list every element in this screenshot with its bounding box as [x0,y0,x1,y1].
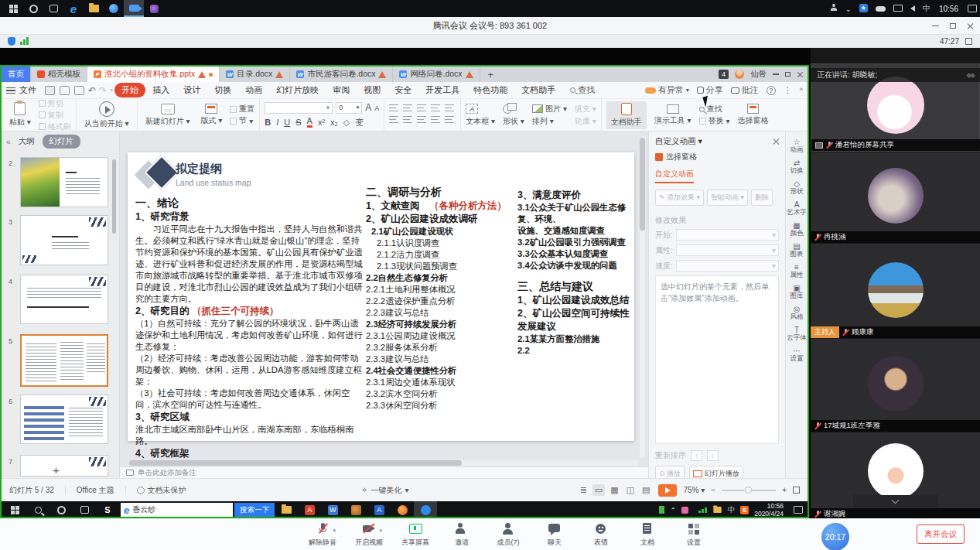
format-mark-button[interactable]: I [276,118,278,127]
menu-tab[interactable]: 视图 [357,83,388,97]
task-view-icon[interactable] [43,0,63,17]
font-size-select[interactable]: 0▾ [336,102,362,114]
file-explorer-icon[interactable] [275,501,298,518]
beautify-button[interactable]: ✧ 一键美化 ▾ [361,485,408,496]
numbered-list-icon[interactable] [403,104,412,111]
search-icon[interactable] [26,501,50,518]
taskbar-search-text[interactable]: 香云纱 [132,504,233,515]
windows-start-icon[interactable] [3,0,23,17]
meeting-control-button[interactable]: 文档 [630,522,664,548]
right-strip-item[interactable]: A 艺术字 [786,199,808,217]
indent-increase-icon[interactable] [431,104,440,111]
right-strip-item[interactable]: ▣ 图库 [786,282,808,301]
format-mark-button[interactable]: B [265,118,271,127]
selection-pane-button[interactable]: 选择窗格 [735,104,772,126]
print-icon[interactable] [60,86,70,95]
meeting-app-icon[interactable] [124,0,144,17]
leave-meeting-button[interactable]: 离开会议 [917,524,965,544]
selection-pane-link[interactable]: 选择窗格 [655,152,779,162]
view-mode-icon[interactable]: ▭ [592,484,605,496]
align-right-icon[interactable] [417,116,426,123]
tray-chevron-icon[interactable]: ⌃ [670,506,676,514]
slide-thumbnail-3[interactable] [20,215,108,265]
right-strip-item[interactable]: ◎ 风格 [786,303,808,322]
action-center-icon[interactable] [794,506,803,514]
indent-decrease-icon[interactable] [417,104,426,111]
meeting-control-button[interactable]: 聊天 [538,522,572,548]
format-mark-button[interactable]: ◇ [343,118,350,128]
zoom-in-button[interactable]: + [782,486,787,494]
add-effect-button[interactable]: ✎ 添加效果 ▾ [655,190,704,206]
speed-select[interactable]: ▾ [676,260,779,272]
view-mode-icon[interactable]: ◫ [624,484,637,496]
format-mark-button[interactable]: U [284,118,290,127]
slide-thumbnail-5-selected[interactable] [20,334,108,387]
copy-button[interactable]: 复制 [39,110,71,121]
participant-tile[interactable]: 17城规1班左季雅 [811,339,980,432]
add-slide-button[interactable]: + [53,463,60,477]
user-avatar[interactable] [735,70,744,79]
menu-tab[interactable]: 开始 [114,83,145,97]
edge-icon[interactable]: e [63,0,84,17]
slideshow-button[interactable] [658,484,677,497]
wps-maximize-icon[interactable] [785,72,790,77]
fill-button[interactable]: 填充 ▾ [575,104,596,114]
firefox-icon[interactable] [391,501,414,518]
format-mark-button[interactable]: A [307,117,312,128]
right-strip-item[interactable]: ◇ 形状 [786,178,808,196]
taskbar-search-button[interactable]: 搜索一下 [234,503,275,517]
redo-icon[interactable]: ↷ [99,85,107,96]
zoom-slider[interactable] [722,490,776,491]
view-mode-icon[interactable]: ▦ [608,484,620,496]
sogou-icon[interactable]: S [740,506,749,514]
system-clock[interactable]: 10:56 [939,5,958,13]
adobe-app-icon[interactable]: A [298,501,321,518]
windows-start-icon[interactable] [3,501,26,518]
shape-button[interactable]: 形状 ▾ [503,116,524,127]
menu-tab[interactable]: 审阅 [326,83,357,97]
cortana-icon[interactable] [50,501,73,518]
format-mark-button[interactable]: S [295,118,301,127]
comment-button[interactable]: 批注 [731,84,759,96]
grow-font-button[interactable]: A [365,102,371,113]
fullscreen-icon[interactable] [965,38,972,45]
slide-thumbnail-2[interactable] [20,157,108,207]
participant-tile[interactable]: 冉桃涵 [811,152,980,243]
outline-button[interactable]: 轮廓 ▾ [575,116,596,127]
format-painter-button[interactable]: 格式刷 [39,121,71,132]
input-method-app-icon[interactable]: S [96,501,119,518]
new-tab-button[interactable]: + [480,67,502,82]
font-family-select[interactable]: ▾ [265,102,333,114]
format-mark-button[interactable]: 变 [355,117,364,128]
collapse-ribbon-icon[interactable]: ^ [800,87,803,94]
menu-tab[interactable]: 动画 [238,83,269,97]
tab-outline[interactable]: 大纲 [19,136,35,147]
menu-tab[interactable]: 文档助手 [514,83,562,97]
notification-icon[interactable] [963,2,977,15]
menu-tab[interactable]: 设计 [176,83,207,97]
meeting-control-button[interactable]: 表情 [584,522,618,548]
picture-button[interactable]: 图片 ▾ [532,104,567,114]
distribute-icon[interactable] [445,116,454,123]
tray-chevron-icon[interactable]: ⌄ [845,5,852,13]
tab-count-badge[interactable]: 4 [719,70,729,79]
tab-slides[interactable]: 幻灯片 [43,135,81,149]
find-button[interactable]: 查找 [570,84,595,96]
hamburger-icon[interactable] [6,87,15,94]
property-select[interactable]: ▾ [676,244,779,256]
textbox-icon[interactable]: A [466,104,478,114]
doc-helper-button[interactable]: 文档助手 [606,101,647,129]
tab-document-active[interactable]: P 淮北小组的资料收集.pptx [87,67,220,82]
tab-document[interactable]: W 目录.docx [220,67,290,82]
user-name[interactable]: 仙骨 [750,69,767,80]
line-spacing-icon[interactable] [445,104,454,111]
meeting-control-button[interactable]: 设置 [677,522,711,548]
tab-home[interactable]: 首页 [2,67,31,82]
view-mode-icon[interactable]: ≣ [578,484,589,496]
slide-thumbnail-6[interactable] [20,395,108,444]
right-strip-item[interactable]: ▤ 图表 [786,241,808,259]
menu-tab[interactable]: 幻灯片放映 [269,83,326,97]
layout-button[interactable]: 版式 ▾ [197,104,225,126]
document-protection[interactable]: 文档未保护 [137,485,186,496]
cut-button[interactable]: 剪切 [39,98,71,109]
